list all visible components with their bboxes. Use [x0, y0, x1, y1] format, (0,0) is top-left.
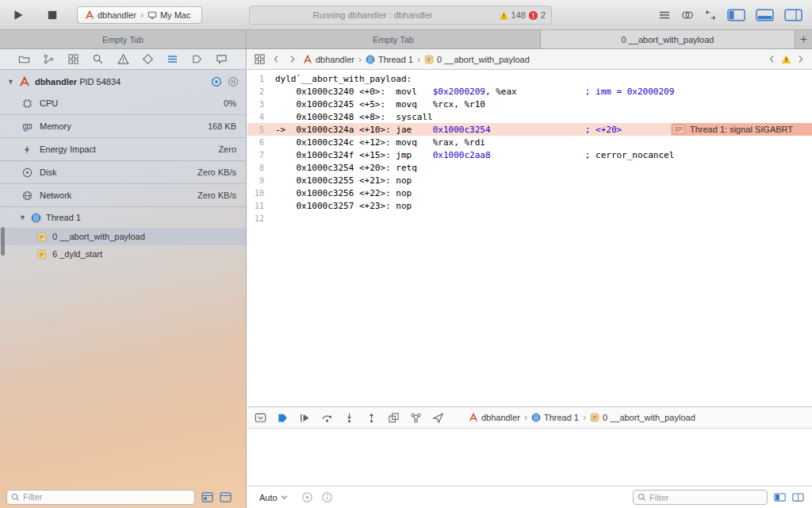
variables-scope-selector[interactable]: Auto — [259, 493, 289, 502]
gauge-row-network[interactable]: NetworkZero KB/s — [0, 184, 246, 207]
thread-row[interactable]: ▼ Thread 1 — [0, 207, 246, 228]
simulate-location-icon[interactable] — [432, 412, 444, 424]
standard-editor-icon[interactable] — [658, 9, 671, 21]
error-icon — [528, 10, 538, 21]
debug-area-bottom-bar: Auto — [247, 486, 812, 508]
tab-active[interactable]: 0 __abort_with_payload — [541, 30, 795, 48]
line-number[interactable]: 6 — [247, 138, 269, 147]
crash-annotation[interactable]: Thread 1: signal SIGABRT — [671, 123, 812, 136]
step-out-icon[interactable] — [366, 412, 377, 424]
print-description-icon[interactable] — [321, 491, 333, 503]
line-number[interactable]: 2 — [247, 87, 269, 96]
forward-icon[interactable] — [287, 54, 297, 64]
stack-frame-selected[interactable]: 0 __abort_with_payload — [0, 228, 246, 245]
flatten-stack-filter-icon[interactable] — [201, 491, 213, 503]
breadcrumb-item-thread-1[interactable]: Thread 1 — [531, 413, 579, 422]
hide-debug-area-icon[interactable] — [255, 412, 266, 424]
console-filter-input[interactable] — [649, 493, 763, 502]
step-into-icon[interactable] — [343, 412, 355, 424]
show-variables-view-icon[interactable] — [774, 491, 786, 503]
gauge-row-disk[interactable]: DiskZero KB/s — [0, 161, 246, 184]
stack-frame[interactable]: 6 _dyld_start — [0, 245, 246, 263]
breakpoints-toggle-icon[interactable] — [277, 412, 289, 424]
debug-view-hierarchy-icon[interactable] — [388, 412, 400, 424]
gauge-row-memory[interactable]: Memory168 KB — [0, 115, 246, 138]
gauge-row-energy-impact[interactable]: Energy ImpactZero — [0, 138, 246, 161]
stop-button[interactable] — [46, 9, 59, 21]
show-console-view-icon[interactable] — [792, 491, 804, 503]
tab-bar: Empty TabEmpty Tab0 __abort_with_payload — [0, 30, 812, 49]
breadcrumb-item-thread-1[interactable]: Thread 1 — [366, 55, 413, 64]
breadcrumb-item-dbhandler[interactable]: dbhandler — [85, 10, 136, 20]
breadcrumb-item-my-mac[interactable]: My Mac — [147, 10, 191, 20]
line-number[interactable]: 1 — [247, 75, 269, 83]
gauge-value: Zero KB/s — [197, 167, 236, 177]
code-text: 0x1000c3257 <+23>: nop — [275, 201, 412, 211]
sidebar-filter-field[interactable] — [6, 490, 195, 505]
line-number[interactable]: 7 — [247, 151, 269, 160]
version-editor-icon[interactable] — [704, 9, 717, 21]
toggle-inspectors-icon[interactable] — [784, 9, 802, 21]
issue-badges[interactable]: 148 2 — [499, 6, 546, 24]
tab[interactable]: Empty Tab — [247, 30, 541, 48]
sidebar-filter-bar — [0, 486, 246, 508]
process-row[interactable]: ▼ dbhandler PID 54834 — [0, 71, 246, 92]
continue-icon[interactable] — [299, 412, 311, 424]
navigator-report-icon[interactable] — [216, 53, 228, 65]
line-number[interactable]: 9 — [247, 176, 269, 185]
gauge-row-cpu[interactable]: CPU0% — [0, 92, 246, 115]
breadcrumb-label: Thread 1 — [378, 55, 413, 64]
crashed-threads-filter-icon[interactable] — [220, 491, 232, 503]
toolbar: dbhandler›My Mac Running dbhandler : dbh… — [0, 0, 812, 30]
next-issue-icon[interactable] — [795, 54, 806, 64]
toggle-debug-area-icon[interactable] — [756, 9, 774, 21]
assistant-editor-icon[interactable] — [681, 9, 694, 21]
line-number[interactable]: 11 — [247, 202, 269, 210]
breadcrumb-item-dbhandler[interactable]: dbhandler — [469, 413, 520, 422]
breadcrumb-item-0-abort-with-payload[interactable]: 0 __abort_with_payload — [424, 55, 530, 64]
line-number[interactable]: 12 — [247, 214, 269, 223]
navigator-debug-icon[interactable] — [167, 53, 178, 65]
navigator-project-icon[interactable] — [18, 53, 30, 65]
line-number[interactable]: 8 — [247, 164, 269, 172]
line-number[interactable]: 5 — [247, 125, 269, 134]
frame-label: 0 __abort_with_payload — [52, 232, 145, 241]
run-button[interactable] — [12, 9, 25, 21]
disclosure-triangle[interactable]: ▼ — [19, 214, 26, 221]
navigator-symbol-icon[interactable] — [67, 53, 79, 65]
tab[interactable]: Empty Tab — [0, 30, 247, 48]
navigator-source-control-icon[interactable] — [43, 53, 55, 65]
step-over-icon[interactable] — [321, 412, 333, 424]
console-filter-field[interactable] — [633, 490, 768, 505]
navigator-find-icon[interactable] — [92, 53, 104, 65]
related-items-icon[interactable] — [254, 53, 266, 65]
sidebar-scrollbar[interactable] — [1, 227, 5, 256]
navigator-issue-icon[interactable] — [117, 53, 129, 65]
toggle-navigator-icon[interactable] — [727, 9, 745, 21]
pause-process-icon[interactable] — [228, 76, 239, 87]
memory-graph-icon[interactable] — [410, 412, 422, 424]
scheme-selector[interactable]: dbhandler›My Mac — [77, 6, 202, 24]
profile-in-instruments-icon[interactable] — [211, 76, 222, 87]
disclosure-triangle[interactable]: ▼ — [7, 78, 14, 86]
back-icon[interactable] — [271, 54, 282, 64]
app-icon — [469, 413, 478, 422]
activity-viewer: Running dbhandler : dbhandler 148 2 — [249, 6, 552, 25]
previous-issue-icon[interactable] — [767, 54, 777, 64]
line-number[interactable]: 3 — [247, 100, 269, 109]
quicklook-icon[interactable] — [301, 491, 313, 503]
line-number[interactable]: 4 — [247, 113, 269, 121]
navigator-breakpoint-icon[interactable] — [191, 53, 203, 65]
code-text: 0x1000c3240 <+0>: movl $0x2000209, %eax … — [275, 87, 680, 97]
sidebar-filter-input[interactable] — [23, 492, 190, 502]
breadcrumb-item-0-abort-with-payload[interactable]: 0 __abort_with_payload — [590, 413, 695, 422]
line-number[interactable]: 10 — [247, 189, 269, 198]
navigator-test-icon[interactable] — [142, 53, 154, 65]
add-tab-button[interactable] — [795, 30, 812, 48]
warning-count: 148 — [511, 10, 526, 20]
console-controls — [633, 490, 804, 505]
breadcrumb-item-dbhandler[interactable]: dbhandler — [303, 55, 354, 64]
code-line: 3 0x1000c3245 <+5>: movq %rcx, %r10 — [247, 98, 812, 110]
process-name: dbhandler — [35, 77, 77, 87]
code-line: 7 0x1000c324f <+15>: jmp 0x1000c2aa8 ; c… — [247, 148, 812, 161]
